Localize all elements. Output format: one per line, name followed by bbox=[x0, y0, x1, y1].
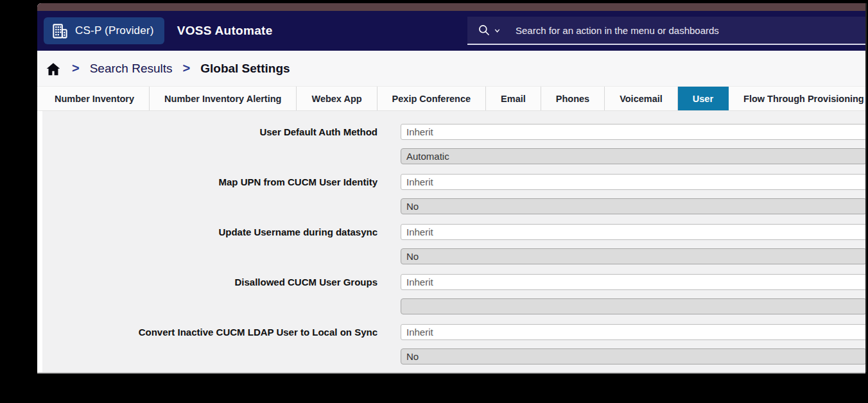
policy-select-update-username-during-datasync[interactable]: Inherit bbox=[401, 224, 865, 240]
value-input-update-username-during-datasync: No bbox=[401, 248, 865, 264]
global-settings-form: User Default Auth MethodInheritAutomatic… bbox=[37, 111, 865, 372]
field-label: User Default Auth Method bbox=[42, 124, 378, 164]
tab-number-inventory[interactable]: Number Inventory bbox=[40, 87, 150, 110]
value-input-map-upn-from-cucm-user-identity: No bbox=[401, 198, 865, 214]
form-row-update-username-during-datasync: Update Username during datasyncInheritNo bbox=[42, 224, 865, 264]
tab-phones[interactable]: Phones bbox=[541, 87, 605, 110]
field-inputs: InheritNo bbox=[401, 224, 865, 264]
form-row-disallowed-cucm-user-groups: Disallowed CUCM User GroupsInherit bbox=[42, 274, 865, 314]
field-inputs: InheritAutomatic bbox=[401, 124, 865, 164]
breadcrumb-separator: > bbox=[72, 61, 80, 75]
search-icon bbox=[478, 24, 490, 37]
form-row-convert-inactive-cucm-ldap-user-to-local-on-sync: Convert Inactive CUCM LDAP User to Local… bbox=[42, 324, 865, 364]
field-inputs: Inherit bbox=[401, 274, 865, 314]
screenshot-frame: CS-P (Provider) VOSS Automate Search for… bbox=[37, 3, 865, 372]
tab-number-inventory-alerting[interactable]: Number Inventory Alerting bbox=[150, 87, 297, 110]
tab-email[interactable]: Email bbox=[486, 87, 541, 110]
field-label: Disallowed CUCM User Groups bbox=[42, 274, 378, 314]
org-selector-badge[interactable]: CS-P (Provider) bbox=[44, 17, 164, 44]
tab-flow-through-provisioning[interactable]: Flow Through Provisioning bbox=[729, 87, 865, 110]
search-input[interactable]: Search for an action in the menu or dash… bbox=[467, 17, 865, 45]
home-icon[interactable] bbox=[45, 61, 62, 78]
form-row-map-upn-from-cucm-user-identity: Map UPN from CUCM User IdentityInheritNo bbox=[42, 174, 865, 214]
breadcrumb-items: >Search Results>Global Settings bbox=[62, 61, 290, 76]
field-label: Convert Inactive CUCM LDAP User to Local… bbox=[42, 324, 378, 364]
building-icon bbox=[51, 22, 69, 40]
form-row-user-default-auth-method: User Default Auth MethodInheritAutomatic bbox=[42, 124, 865, 164]
breadcrumb-separator: > bbox=[183, 61, 191, 75]
org-badge-label: CS-P (Provider) bbox=[75, 24, 154, 37]
policy-select-convert-inactive-cucm-ldap-user-to-local-on-sync[interactable]: Inherit bbox=[401, 324, 865, 340]
tab-webex-app[interactable]: Webex App bbox=[297, 87, 377, 110]
breadcrumb-item-global-settings: Global Settings bbox=[200, 62, 290, 75]
policy-select-map-upn-from-cucm-user-identity[interactable]: Inherit bbox=[401, 174, 865, 190]
chevron-down-icon[interactable] bbox=[493, 26, 501, 35]
value-input-convert-inactive-cucm-ldap-user-to-local-on-sync: No bbox=[401, 348, 865, 364]
tab-voicemail[interactable]: Voicemail bbox=[605, 87, 678, 110]
value-input-user-default-auth-method: Automatic bbox=[401, 148, 865, 164]
tab-user[interactable]: User bbox=[678, 87, 729, 110]
policy-select-user-default-auth-method[interactable]: Inherit bbox=[401, 124, 865, 140]
tab-pexip-conference[interactable]: Pexip Conference bbox=[378, 87, 487, 110]
field-label: Map UPN from CUCM User Identity bbox=[42, 174, 378, 214]
window-top-strip bbox=[37, 3, 865, 11]
policy-select-disallowed-cucm-user-groups[interactable]: Inherit bbox=[401, 274, 865, 290]
field-inputs: InheritNo bbox=[401, 324, 865, 364]
settings-tab-bar: Number InventoryNumber Inventory Alertin… bbox=[37, 87, 865, 111]
field-inputs: InheritNo bbox=[401, 174, 865, 214]
field-label: Update Username during datasync bbox=[42, 224, 378, 264]
breadcrumb-item-search-results[interactable]: Search Results bbox=[90, 62, 173, 75]
app-header: CS-P (Provider) VOSS Automate Search for… bbox=[37, 11, 865, 51]
search-placeholder: Search for an action in the menu or dash… bbox=[516, 25, 719, 36]
app-title: VOSS Automate bbox=[177, 24, 273, 38]
breadcrumb: >Search Results>Global Settings bbox=[37, 51, 865, 87]
value-input-disallowed-cucm-user-groups bbox=[401, 298, 865, 314]
